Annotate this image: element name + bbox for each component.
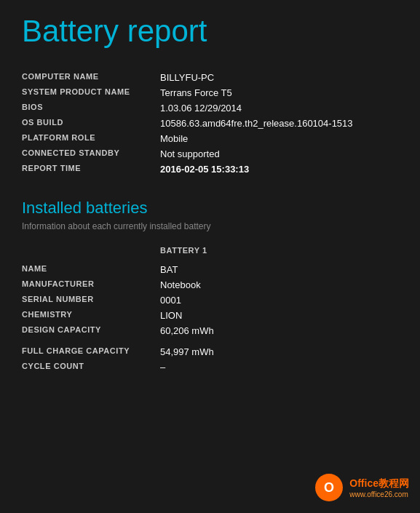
system-info-value: Not supported xyxy=(160,146,398,162)
battery-info-label: CHEMISTRY xyxy=(22,308,160,323)
system-info-row: SYSTEM PRODUCT NAMETerrans Force T5 xyxy=(22,85,398,100)
battery-table: NAMEBATMANUFACTURERNotebookSERIAL NUMBER… xyxy=(22,262,398,375)
battery-info-label: CYCLE COUNT xyxy=(22,359,160,375)
battery-info-row: CHEMISTRYLION xyxy=(22,308,398,323)
system-info-value: Terrans Force T5 xyxy=(160,85,398,100)
battery-info-label: MANUFACTURER xyxy=(22,277,160,293)
svg-text:O: O xyxy=(324,480,334,495)
battery-info-value: Notebook xyxy=(160,277,398,293)
battery-info-row: CYCLE COUNT– xyxy=(22,359,398,375)
installed-batteries-subtitle: Information about each currently install… xyxy=(22,221,398,231)
system-info-table: COMPUTER NAMEBILLYFU-PCSYSTEM PRODUCT NA… xyxy=(22,70,398,177)
watermark-site-url: www.office26.com xyxy=(349,490,408,498)
battery-info-label: NAME xyxy=(22,262,160,277)
battery-info-row xyxy=(22,338,398,344)
battery-info-row: MANUFACTURERNotebook xyxy=(22,277,398,293)
system-info-label: COMPUTER NAME xyxy=(22,70,160,85)
section-divider: Installed batteries Information about ea… xyxy=(22,199,398,231)
battery-info-label: FULL CHARGE CAPACITY xyxy=(22,344,160,359)
system-info-row: PLATFORM ROLEMobile xyxy=(22,131,398,146)
battery-info-value: 60,206 mWh xyxy=(160,323,398,338)
battery-info-value: BAT xyxy=(160,262,398,277)
system-info-label: SYSTEM PRODUCT NAME xyxy=(22,85,160,100)
system-info-label: REPORT TIME xyxy=(22,162,160,177)
battery-info-value: 0001 xyxy=(160,293,398,308)
system-info-label: BIOS xyxy=(22,100,160,116)
system-info-row: COMPUTER NAMEBILLYFU-PC xyxy=(22,70,398,85)
system-info-row: CONNECTED STANDBYNot supported xyxy=(22,146,398,162)
system-info-value: 10586.63.amd64fre.th2_release.160104-151… xyxy=(160,116,398,131)
battery-info-value: 54,997 mWh xyxy=(160,344,398,359)
system-info-row: REPORT TIME2016-02-05 15:33:13 xyxy=(22,162,398,177)
battery-info-label: SERIAL NUMBER xyxy=(22,293,160,308)
system-info-row: OS BUILD10586.63.amd64fre.th2_release.16… xyxy=(22,116,398,131)
system-info-value: 1.03.06 12/29/2014 xyxy=(160,100,398,116)
system-info-label: PLATFORM ROLE xyxy=(22,131,160,146)
office-icon: O xyxy=(314,473,344,502)
battery-info-row: DESIGN CAPACITY60,206 mWh xyxy=(22,323,398,338)
main-title: Battery report xyxy=(22,15,398,48)
battery-info-value: – xyxy=(160,359,398,375)
system-info-value: Mobile xyxy=(160,131,398,146)
system-info-value: BILLYFU-PC xyxy=(160,70,398,85)
watermark-text: Office教程网 www.office26.com xyxy=(349,477,409,498)
system-info-label: OS BUILD xyxy=(22,116,160,131)
battery-info-row: FULL CHARGE CAPACITY54,997 mWh xyxy=(22,344,398,359)
watermark: O Office教程网 www.office26.com xyxy=(314,473,409,502)
battery-header: BATTERY 1 xyxy=(160,246,398,255)
battery-info-value: LION xyxy=(160,308,398,323)
battery-info-row: NAMEBAT xyxy=(22,262,398,277)
battery-info-label: DESIGN CAPACITY xyxy=(22,323,160,338)
battery-info-row: SERIAL NUMBER0001 xyxy=(22,293,398,308)
watermark-site-name: Office教程网 xyxy=(349,477,409,490)
installed-batteries-title: Installed batteries xyxy=(22,199,398,218)
system-info-label: CONNECTED STANDBY xyxy=(22,146,160,162)
page-container: Battery report COMPUTER NAMEBILLYFU-PCSY… xyxy=(0,0,420,389)
system-info-row: BIOS1.03.06 12/29/2014 xyxy=(22,100,398,116)
system-info-value: 2016-02-05 15:33:13 xyxy=(160,162,398,177)
